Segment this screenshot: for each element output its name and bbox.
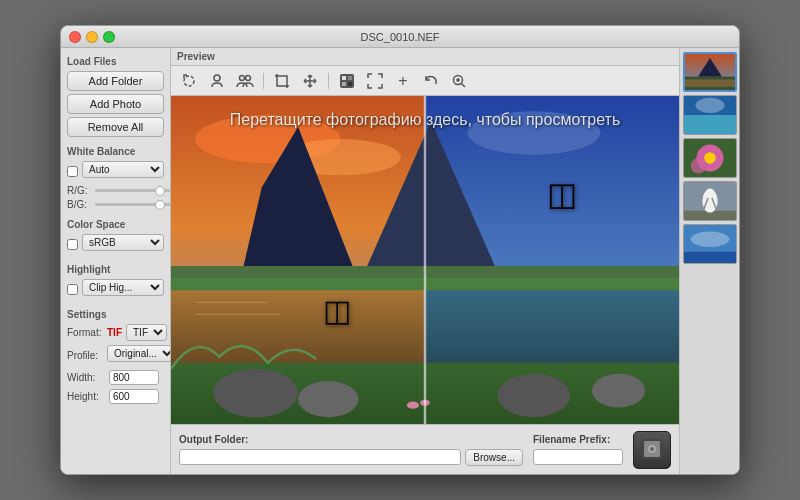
svg-rect-11 xyxy=(348,76,352,80)
toolbar: + xyxy=(171,66,679,96)
rotate-left-button[interactable] xyxy=(177,70,201,92)
person-compare-button[interactable] xyxy=(233,70,257,92)
svg-point-49 xyxy=(696,98,725,113)
color-space-label: Color Space xyxy=(67,219,164,230)
close-button[interactable] xyxy=(69,31,81,43)
svg-rect-48 xyxy=(684,115,736,134)
thumbnail-4[interactable] xyxy=(683,181,737,221)
wb-checkbox-row: Auto xyxy=(67,161,164,182)
highlight-checkbox[interactable] xyxy=(67,284,78,295)
settings-label: Settings xyxy=(67,309,164,320)
svg-point-42 xyxy=(650,447,654,451)
color-pick-button[interactable] xyxy=(335,70,359,92)
bg-slider[interactable] xyxy=(95,203,171,206)
toolbar-separator-2 xyxy=(328,73,329,89)
highlight-checkbox-row: Clip Hig... xyxy=(67,279,164,300)
fit-button[interactable] xyxy=(363,70,387,92)
add-folder-button[interactable]: Add Folder xyxy=(67,71,164,91)
svg-rect-4 xyxy=(277,76,287,86)
crop-button[interactable] xyxy=(270,70,294,92)
format-select[interactable]: TIF xyxy=(126,324,167,341)
svg-rect-29 xyxy=(425,290,679,363)
rg-slider[interactable] xyxy=(95,189,171,192)
left-panel: Load Files Add Folder Add Photo Remove A… xyxy=(61,48,171,474)
output-folder-row: Output Folder: xyxy=(179,434,523,445)
svg-rect-46 xyxy=(685,79,735,86)
thumbnail-2[interactable] xyxy=(683,95,737,135)
minimize-button[interactable] xyxy=(86,31,98,43)
svg-point-34 xyxy=(498,374,571,418)
rg-slider-row: R/G: xyxy=(67,185,164,196)
person-single-button[interactable] xyxy=(205,70,229,92)
thumbnail-5[interactable] xyxy=(683,224,737,264)
thumbnail-panel xyxy=(679,48,739,474)
profile-row: Profile: Original... xyxy=(67,345,164,366)
preview-header: Preview xyxy=(171,48,679,66)
format-label: Format: xyxy=(67,327,105,338)
svg-rect-13 xyxy=(348,82,352,86)
main-window: DSC_0010.NEF Load Files Add Folder Add P… xyxy=(60,25,740,475)
crosshair-button[interactable]: + xyxy=(391,70,415,92)
highlight-label: Highlight xyxy=(67,264,164,275)
width-label: Width: xyxy=(67,372,105,383)
remove-all-button[interactable]: Remove All xyxy=(67,117,164,137)
width-row: Width: xyxy=(67,370,164,385)
zoom-button[interactable] xyxy=(447,70,471,92)
svg-point-53 xyxy=(691,158,706,173)
center-panel: Preview xyxy=(171,48,679,474)
undo-button[interactable] xyxy=(419,70,443,92)
cs-checkbox-row: sRGB xyxy=(67,234,164,255)
svg-point-36 xyxy=(407,402,419,409)
svg-point-57 xyxy=(705,188,715,198)
preview-image xyxy=(171,96,679,424)
cs-checkbox[interactable] xyxy=(67,239,78,250)
profile-label: Profile: xyxy=(67,350,105,361)
width-input[interactable] xyxy=(109,370,159,385)
thumbnail-1[interactable] xyxy=(683,52,737,92)
svg-point-32 xyxy=(213,369,298,417)
svg-point-33 xyxy=(298,381,358,417)
cs-select[interactable]: sRGB xyxy=(82,234,164,251)
svg-point-62 xyxy=(691,231,730,246)
svg-point-22 xyxy=(467,111,600,155)
output-bar: Output Folder: Browse... Filename Prefix… xyxy=(171,424,679,474)
pan-button[interactable] xyxy=(298,70,322,92)
thumbnail-3[interactable] xyxy=(683,138,737,178)
wb-select[interactable]: Auto xyxy=(82,161,164,178)
svg-line-15 xyxy=(462,83,466,87)
add-photo-button[interactable]: Add Photo xyxy=(67,94,164,114)
toolbar-separator-1 xyxy=(263,73,264,89)
output-folder-section: Output Folder: Browse... xyxy=(179,434,523,466)
export-button[interactable] xyxy=(633,431,671,469)
preview-label: Preview xyxy=(177,51,215,62)
svg-point-35 xyxy=(592,374,645,408)
highlight-select[interactable]: Clip Hig... xyxy=(82,279,164,296)
rg-label: R/G: xyxy=(67,185,92,196)
wb-checkbox[interactable] xyxy=(67,166,78,177)
filename-prefix-input[interactable] xyxy=(533,449,623,465)
output-folder-label: Output Folder: xyxy=(179,434,248,445)
browse-button[interactable]: Browse... xyxy=(465,449,523,466)
filename-section: Filename Prefix: xyxy=(533,434,623,465)
export-icon xyxy=(640,437,664,463)
profile-select[interactable]: Original... xyxy=(107,345,171,362)
output-folder-input[interactable] xyxy=(179,449,461,465)
maximize-button[interactable] xyxy=(103,31,115,43)
svg-point-1 xyxy=(214,75,220,81)
svg-rect-61 xyxy=(684,252,736,263)
bg-slider-row: B/G: xyxy=(67,199,164,210)
svg-rect-12 xyxy=(342,82,346,86)
svg-rect-28 xyxy=(171,290,425,363)
window-title: DSC_0010.NEF xyxy=(361,31,440,43)
svg-point-0 xyxy=(184,76,194,86)
height-label: Height: xyxy=(67,391,105,402)
svg-point-3 xyxy=(246,75,251,80)
format-row: Format: TIF TIF xyxy=(67,324,164,341)
load-files-label: Load Files xyxy=(67,56,164,67)
white-balance-label: White Balance xyxy=(67,146,164,157)
bg-label: B/G: xyxy=(67,199,92,210)
svg-rect-10 xyxy=(342,76,346,80)
format-value: TIF xyxy=(107,327,122,338)
preview-area[interactable]: Перетащите фотографию здесь, чтобы просм… xyxy=(171,96,679,424)
height-input[interactable] xyxy=(109,389,159,404)
